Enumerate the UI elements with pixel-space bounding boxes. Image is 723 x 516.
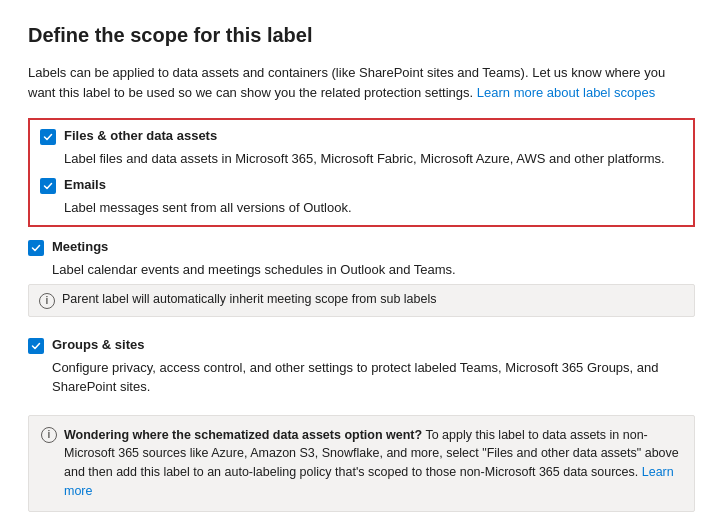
wondering-bold-text: Wondering where the schematized data ass… (64, 428, 422, 442)
emails-checkbox[interactable] (40, 178, 56, 194)
intro-paragraph: Labels can be applied to data assets and… (28, 63, 695, 102)
info-icon: i (39, 293, 55, 309)
highlighted-scope-group: Files & other data assets Label files an… (28, 118, 695, 227)
meetings-title: Meetings (52, 239, 108, 254)
groups-checkbox[interactable] (28, 338, 44, 354)
emails-item-header: Emails (40, 177, 683, 194)
wondering-info-icon: i (41, 427, 57, 443)
wondering-text: Wondering where the schematized data ass… (64, 426, 682, 501)
files-item-header: Files & other data assets (40, 128, 683, 145)
emails-description: Label messages sent from all versions of… (64, 198, 683, 218)
groups-item-header: Groups & sites (28, 337, 695, 354)
groups-item: Groups & sites Configure privacy, access… (28, 329, 695, 405)
scope-items-list: Files & other data assets Label files an… (28, 118, 695, 405)
files-title: Files & other data assets (64, 128, 217, 143)
emails-title: Emails (64, 177, 106, 192)
wondering-banner: i Wondering where the schematized data a… (28, 415, 695, 512)
page-title: Define the scope for this label (28, 24, 695, 47)
meetings-info-banner: i Parent label will automatically inheri… (28, 284, 695, 317)
meetings-item-header: Meetings (28, 239, 695, 256)
groups-description: Configure privacy, access control, and o… (52, 358, 695, 397)
meetings-description: Label calendar events and meetings sched… (52, 260, 695, 280)
files-checkbox[interactable] (40, 129, 56, 145)
files-item: Files & other data assets Label files an… (40, 128, 683, 169)
learn-more-scopes-link[interactable]: Learn more about label scopes (477, 85, 656, 100)
files-description: Label files and data assets in Microsoft… (64, 149, 683, 169)
meetings-info-text: Parent label will automatically inherit … (62, 292, 437, 306)
emails-item: Emails Label messages sent from all vers… (40, 177, 683, 218)
meetings-checkbox[interactable] (28, 240, 44, 256)
meetings-item: Meetings Label calendar events and meeti… (28, 231, 695, 329)
groups-title: Groups & sites (52, 337, 144, 352)
